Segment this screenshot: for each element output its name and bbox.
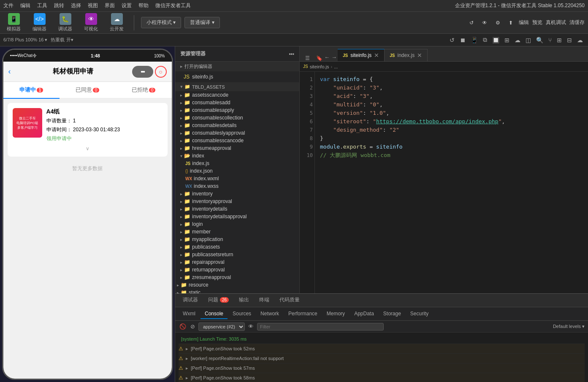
sidebar-toggle-btn[interactable]: ◫ (524, 35, 533, 44)
split-btn[interactable]: ⊟ (565, 35, 574, 44)
editor-sidebar-btn[interactable]: ☰ (300, 55, 315, 61)
folder-consumablesadd[interactable]: ▸ 📁 consumablesadd (175, 99, 299, 106)
expand-3[interactable]: ▸ (186, 364, 188, 372)
devtools-tab-issues[interactable]: 问题26 (204, 295, 233, 306)
editor-tab-siteinfo[interactable]: JS siteinfo.js ✕ (338, 49, 385, 61)
folder-publicassetsreturn[interactable]: ▸ 📁 publicassetsreturn (175, 251, 299, 258)
folder-myapplication[interactable]: ▸ 📁 myapplication (175, 236, 299, 243)
debug-btn[interactable]: 🐛 调试器 (55, 11, 76, 34)
card-expand-btn[interactable]: ∨ (13, 146, 163, 152)
grid-btn[interactable]: ⊞ (555, 35, 564, 44)
phone-more-btn[interactable]: ••• (132, 66, 153, 78)
folder-consumablesdetails[interactable]: ▸ 📁 consumablesdetails (175, 122, 299, 129)
copy-btn[interactable]: ⧉ (481, 35, 489, 44)
file-index-json[interactable]: {} index.json (175, 167, 299, 175)
folder-returnapproval[interactable]: ▸ 📁 returnapproval (175, 266, 299, 274)
screen-btn[interactable]: 🔲 (490, 35, 501, 44)
subtab-storage[interactable]: Storage (379, 309, 405, 319)
stop-btn[interactable]: ⏹ (458, 35, 467, 44)
menu-goto[interactable]: 跳转 (54, 2, 64, 9)
wifi-btn[interactable]: ☁ (513, 35, 522, 44)
phone-tab-pending[interactable]: 申请中1 (3, 82, 60, 98)
folder-inventorydetailsapproval[interactable]: ▸ 📁 inventorydetailsapproval (175, 213, 299, 220)
devtools-stop-btn[interactable]: 🚫 (179, 322, 187, 331)
refresh-btn[interactable]: ↺ (467, 18, 476, 27)
editor-tab-index[interactable]: JS index.js ✕ (385, 49, 428, 61)
subtab-wxml[interactable]: Wxml (179, 309, 200, 319)
upload-btn[interactable]: ⬆ (506, 18, 515, 27)
visual-btn[interactable]: 👁 可视化 (81, 11, 101, 34)
editor-forward-btn[interactable]: → (331, 53, 338, 61)
root-folder-section[interactable]: ▾ 📁 TBLD_ASSETS (175, 82, 299, 91)
phone-tab-rejected[interactable]: 已拒绝0 (116, 82, 172, 98)
hot-reload-label[interactable]: 热重载 开▾ (51, 37, 73, 43)
expand-1[interactable]: ▸ (186, 345, 188, 352)
folder-repairapproval[interactable]: ▸ 📁 repairapproval (175, 258, 299, 266)
editor-bookmark-btn[interactable]: 🔖 (315, 55, 323, 61)
menu-view[interactable]: 视图 (88, 2, 98, 9)
devtools-tab-terminal[interactable]: 终端 (255, 295, 274, 306)
menu-wechat-tools[interactable]: 微信开发者工具 (155, 2, 191, 9)
branch-btn[interactable]: ⑂ (547, 35, 553, 44)
folder-consumablesapply[interactable]: ▸ 📁 consumablesapply (175, 106, 299, 114)
folder-index[interactable]: ▾ 📂 index (175, 152, 299, 160)
editor-back-btn[interactable]: ← (323, 53, 331, 61)
editor-btn[interactable]: </> 编辑器 (29, 11, 50, 34)
index-tab-close[interactable]: ✕ (417, 52, 422, 59)
subtab-memory[interactable]: Memory (322, 309, 349, 319)
phone-back-btn[interactable]: ‹ (8, 67, 11, 76)
expand-4[interactable]: ▸ (186, 374, 188, 382)
subtab-appdata[interactable]: AppData (350, 309, 378, 319)
simulator-btn[interactable]: 📱 模拟器 (3, 11, 24, 34)
folder-login[interactable]: ▸ 📁 login (175, 220, 299, 228)
menu-tools[interactable]: 工具 (37, 2, 47, 9)
cloud-btn[interactable]: ☁ 云开发 (106, 11, 127, 34)
cloud2-btn[interactable]: ☁ (575, 35, 585, 44)
miniapp-mode-btn[interactable]: 小程序模式 ▾ (141, 17, 181, 28)
folder-inventory[interactable]: ▸ 📁 inventory (175, 190, 299, 198)
folder-consumablesscancode[interactable]: ▸ 📁 consumablesscancode (175, 137, 299, 144)
devtools-tab-debugger[interactable]: 调试器 (179, 295, 202, 306)
menu-help[interactable]: 帮助 (138, 2, 149, 9)
preview-toggle-btn[interactable]: 👁 (480, 18, 490, 27)
folder-publicassets[interactable]: ▸ 📁 publicassets (175, 243, 299, 251)
settings-gear-btn[interactable]: ⚙ (493, 18, 503, 27)
reload-btn[interactable]: ↺ (448, 35, 456, 44)
open-editors-section-label[interactable]: ▸ 打开的编辑器 (175, 62, 299, 71)
folder-inventoryapproval[interactable]: ▸ 📁 inventoryapproval (175, 198, 299, 205)
open-editor-siteinfo[interactable]: JS siteinfo.js (175, 73, 299, 81)
appservice-selector[interactable]: appservice (#2) (198, 322, 245, 331)
device-btn[interactable]: 📱 (469, 35, 480, 44)
devtools-tab-quality[interactable]: 代码质量 (275, 295, 304, 306)
subtab-sources[interactable]: Sources (228, 309, 255, 319)
expand-2[interactable]: ▸ (186, 355, 188, 362)
devtools-clear-btn[interactable]: ⊘ (190, 322, 196, 331)
devtools-eye-btn[interactable]: 👁 (247, 322, 255, 331)
siteinfo-tab-close[interactable]: ✕ (374, 52, 379, 59)
folder-zresumeapproval[interactable]: ▸ 📁 zresumeapproval (175, 274, 299, 281)
phone-record-btn[interactable]: ○ (155, 66, 167, 78)
folder-assetsscancode[interactable]: ▸ 📁 assetsscancode (175, 91, 299, 99)
menu-interface[interactable]: 界面 (105, 2, 115, 9)
folder-member[interactable]: ▸ 📁 member (175, 228, 299, 236)
console-filter-input[interactable] (257, 323, 384, 331)
folder-inventorydetails[interactable]: ▸ 📁 inventorydetails (175, 205, 299, 213)
default-level-selector[interactable]: Default levels ▾ (553, 324, 585, 329)
phone-tab-approved[interactable]: 已同意0 (60, 82, 116, 98)
file-index-wxml[interactable]: WX index.wxml (175, 175, 299, 182)
subtab-security[interactable]: Security (406, 309, 433, 319)
file-index-js[interactable]: JS index.js (175, 160, 299, 167)
file-index-wxss[interactable]: WX index.wxss (175, 182, 299, 190)
menu-edit[interactable]: 编辑 (20, 2, 30, 9)
menu-settings[interactable]: 设置 (122, 2, 132, 9)
panel-menu-btn[interactable]: ••• (289, 51, 294, 57)
menu-select[interactable]: 选择 (71, 2, 81, 9)
folder-hresumeapproval[interactable]: ▸ 📁 hresumeapproval (175, 144, 299, 152)
code-content[interactable]: var siteinfo = { "uniacid": "3", "acid":… (315, 72, 588, 293)
subtab-performance[interactable]: Performance (284, 309, 322, 319)
search-btn[interactable]: 🔍 (534, 35, 545, 44)
expand-btn[interactable]: ⊞ (503, 35, 511, 44)
folder-consumablescollection[interactable]: ▸ 📁 consumablescollection (175, 114, 299, 122)
menu-file[interactable]: 文件 (3, 2, 14, 9)
folder-consumableslyapproval[interactable]: ▸ 📁 consumableslyapproval (175, 129, 299, 137)
